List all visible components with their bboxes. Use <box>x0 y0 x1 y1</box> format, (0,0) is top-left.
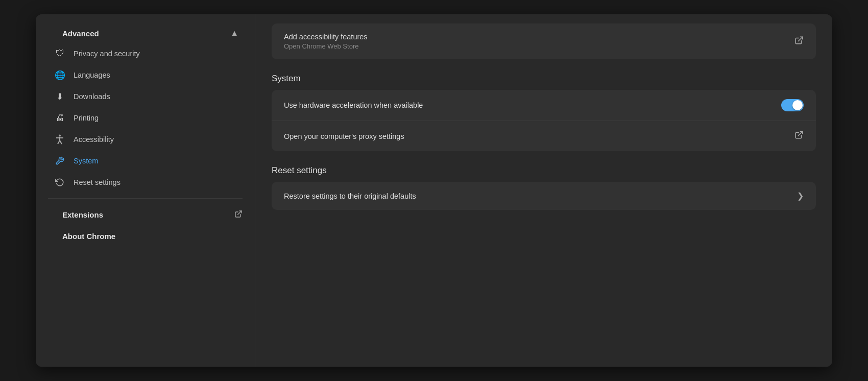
proxy-settings-row[interactable]: Open your computer's proxy settings <box>272 121 816 151</box>
print-icon: 🖨 <box>54 112 65 124</box>
about-chrome-label: About Chrome <box>62 232 115 241</box>
sidebar-advanced-header[interactable]: Advanced ▲ <box>36 23 255 43</box>
proxy-settings-title: Open your computer's proxy settings <box>284 132 404 140</box>
advanced-label: Advanced <box>62 29 99 38</box>
sidebar-item-privacy[interactable]: 🛡 Privacy and security <box>36 43 247 64</box>
hardware-acceleration-title: Use hardware acceleration when available <box>284 101 423 109</box>
svg-line-4 <box>60 140 62 144</box>
sidebar-item-privacy-label: Privacy and security <box>74 50 140 58</box>
external-link-icon <box>234 210 243 220</box>
hardware-acceleration-text: Use hardware acceleration when available <box>284 101 423 109</box>
sidebar-item-languages-label: Languages <box>74 71 110 79</box>
restore-defaults-action: ❯ <box>797 191 804 201</box>
accessibility-icon <box>54 134 65 145</box>
sidebar: Advanced ▲ 🛡 Privacy and security 🌐 Lang… <box>36 14 255 367</box>
system-card: Use hardware acceleration when available… <box>272 90 816 151</box>
hardware-acceleration-action[interactable] <box>781 99 804 111</box>
sidebar-item-reset[interactable]: Reset settings <box>36 172 247 193</box>
add-accessibility-title: Add accessibility features <box>284 33 368 41</box>
main-content: Add accessibility features Open Chrome W… <box>255 14 832 367</box>
add-accessibility-text: Add accessibility features Open Chrome W… <box>284 33 368 50</box>
download-icon: ⬇ <box>54 91 65 102</box>
svg-point-0 <box>59 135 61 137</box>
shield-icon: 🛡 <box>54 48 65 59</box>
svg-line-7 <box>799 131 803 135</box>
advanced-chevron-icon: ▲ <box>230 29 238 38</box>
sidebar-item-downloads-label: Downloads <box>74 92 110 101</box>
sidebar-divider <box>48 198 243 199</box>
proxy-external-link-icon <box>794 130 804 142</box>
reset-card: Restore settings to their original defau… <box>272 182 816 210</box>
wrench-icon <box>54 155 65 166</box>
toggle-knob <box>792 100 803 110</box>
extensions-label: Extensions <box>62 210 103 219</box>
hardware-acceleration-row[interactable]: Use hardware acceleration when available <box>272 90 816 121</box>
restore-defaults-text: Restore settings to their original defau… <box>284 192 416 200</box>
add-accessibility-subtitle: Open Chrome Web Store <box>284 42 368 50</box>
settings-window: Advanced ▲ 🛡 Privacy and security 🌐 Lang… <box>36 14 832 367</box>
external-link-icon <box>794 36 804 47</box>
add-accessibility-row[interactable]: Add accessibility features Open Chrome W… <box>272 23 816 59</box>
reset-settings-heading: Reset settings <box>272 165 816 176</box>
sidebar-item-printing-label: Printing <box>74 114 99 122</box>
restore-defaults-title: Restore settings to their original defau… <box>284 192 416 200</box>
sidebar-extensions[interactable]: Extensions <box>36 204 255 226</box>
sidebar-about-chrome[interactable]: About Chrome <box>36 226 255 247</box>
add-accessibility-action <box>794 36 804 47</box>
sidebar-item-printing[interactable]: 🖨 Printing <box>36 107 247 129</box>
sidebar-item-reset-label: Reset settings <box>74 178 120 186</box>
svg-line-5 <box>238 211 242 215</box>
restore-defaults-row[interactable]: Restore settings to their original defau… <box>272 182 816 210</box>
sidebar-item-system-label: System <box>74 157 98 165</box>
svg-line-6 <box>799 37 803 41</box>
svg-line-3 <box>58 140 60 144</box>
proxy-settings-text: Open your computer's proxy settings <box>284 132 404 140</box>
sidebar-item-downloads[interactable]: ⬇ Downloads <box>36 86 247 107</box>
globe-icon: 🌐 <box>54 69 65 81</box>
sidebar-item-accessibility[interactable]: Accessibility <box>36 129 247 150</box>
sidebar-item-system[interactable]: System <box>36 150 247 172</box>
hardware-acceleration-toggle[interactable] <box>781 99 804 111</box>
chevron-right-icon: ❯ <box>797 191 804 201</box>
proxy-settings-action <box>794 130 804 142</box>
accessibility-card: Add accessibility features Open Chrome W… <box>272 23 816 59</box>
sidebar-item-languages[interactable]: 🌐 Languages <box>36 64 247 86</box>
history-icon <box>54 177 65 188</box>
sidebar-item-accessibility-label: Accessibility <box>74 135 114 144</box>
system-heading: System <box>272 74 816 84</box>
